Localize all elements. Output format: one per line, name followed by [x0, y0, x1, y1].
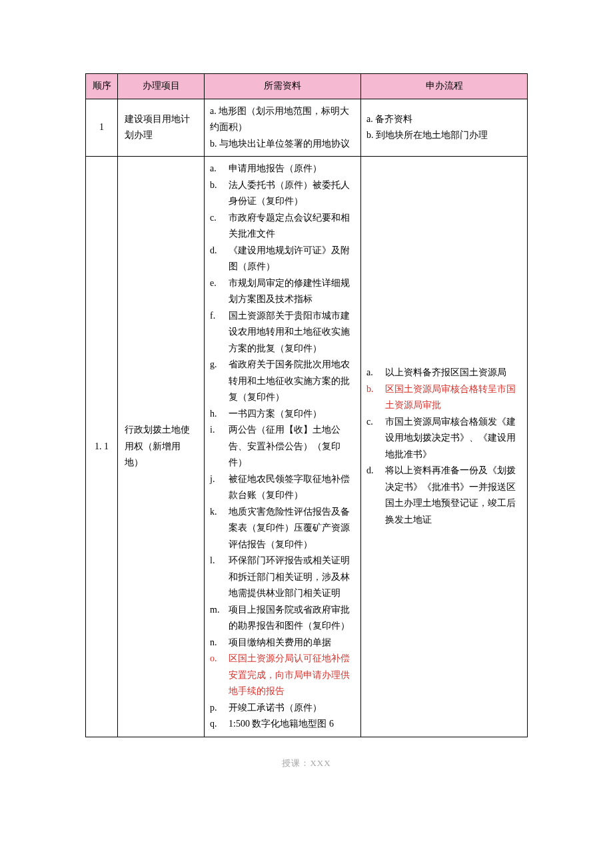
list-marker: a.: [210, 161, 226, 177]
procedure-table: 顺序 办理项目 所需资料 申办流程 1 建设项目用地计划办理 a. 地形图（划示…: [85, 73, 528, 737]
material-item: a.申请用地报告（原件）: [210, 161, 355, 177]
header-materials: 所需资料: [205, 74, 361, 99]
material-text: 省政府关于国务院批次用地农转用和土地征收实施方案的批复（复印件）: [229, 359, 350, 402]
process-item: a.以上资料备齐报区国土资源局: [366, 365, 522, 381]
material-text: 一书四方案（复印件）: [229, 409, 322, 419]
list-marker: l.: [210, 553, 226, 569]
material-line: a. 地形图（划示用地范围，标明大约面积）: [210, 103, 355, 136]
list-marker: g.: [210, 357, 226, 373]
material-text: 项目上报国务院或省政府审批的勘界报告和图件（复印件）: [229, 605, 350, 631]
material-text: 地质灾害危险性评估报告及备案表（复印件）压覆矿产资源评估报告（复印件）: [229, 507, 350, 549]
list-marker: d.: [366, 463, 382, 479]
material-item: p.开竣工承诺书（原件）: [210, 700, 355, 717]
list-marker: c.: [210, 210, 226, 227]
page-footer: 授课：XXX: [85, 757, 528, 769]
material-item: d.《建设用地规划许可证》及附图（原件）: [210, 243, 355, 275]
list-marker: c.: [366, 414, 382, 431]
cell-materials: a.申请用地报告（原件）b.法人委托书（原件）被委托人身份证（复印件）c.市政府…: [205, 157, 361, 737]
process-line: a. 备齐资料: [366, 111, 522, 128]
header-seq: 顺序: [86, 74, 118, 99]
list-marker: j.: [210, 471, 226, 488]
list-marker: i.: [210, 422, 226, 439]
process-item: d.将以上资料再准备一份及《划拨决定书》《批准书》一并报送区国土办理土地预登记证…: [366, 463, 522, 528]
material-item: e.市规划局审定的修建性详细规划方案图及技术指标: [210, 275, 355, 308]
cell-seq: 1: [86, 99, 118, 157]
material-line: b. 与地块出让单位签署的用地协议: [210, 136, 355, 153]
material-text: 项目缴纳相关费用的单据: [229, 637, 331, 647]
material-text: 《建设用地规划许可证》及附图（原件）: [229, 245, 350, 272]
material-text: 环保部门环评报告或相关证明和拆迁部门相关证明，涉及林地需提供林业部门相关证明: [229, 555, 350, 598]
material-item: f.国土资源部关于贵阳市城市建设农用地转用和土地征收实施方案的批复（复印件）: [210, 308, 355, 357]
cell-project: 建设项目用地计划办理: [118, 99, 205, 157]
list-marker: b.: [210, 177, 226, 194]
header-project: 办理项目: [118, 74, 205, 99]
header-process: 申办流程: [361, 74, 528, 99]
material-item: j.被征地农民领签字取征地补偿款台账（复印件）: [210, 471, 355, 504]
table-header-row: 顺序 办理项目 所需资料 申办流程: [86, 74, 528, 99]
cell-process: a. 备齐资料 b. 到地块所在地土地部门办理: [361, 99, 528, 157]
material-text: 1:500 数字化地籍地型图 6: [229, 719, 334, 729]
list-marker: k.: [210, 504, 226, 521]
material-text: 申请用地报告（原件）: [229, 163, 322, 173]
material-item: k.地质灾害危险性评估报告及备案表（复印件）压覆矿产资源评估报告（复印件）: [210, 504, 355, 553]
list-marker: f.: [210, 308, 226, 325]
process-text: 区国土资源局审核合格转呈市国土资源局审批: [385, 384, 516, 411]
material-item: o.区国土资源分局认可征地补偿安置完成，向市局申请办理供地手续的报告: [210, 651, 355, 700]
process-item: c.市国土资源局审核合格颁发《建设用地划拨决定书》、《建设用地批准书》: [366, 414, 522, 463]
material-item: g.省政府关于国务院批次用地农转用和土地征收实施方案的批复（复印件）: [210, 357, 355, 406]
material-item: i.两公告（征用【收】土地公告、安置补偿公告）（复印件）: [210, 422, 355, 471]
material-item: h.一书四方案（复印件）: [210, 406, 355, 423]
list-marker: m.: [210, 602, 226, 619]
cell-process: a.以上资料备齐报区国土资源局b.区国土资源局审核合格转呈市国土资源局审批c.市…: [361, 157, 528, 737]
document-page: 顺序 办理项目 所需资料 申办流程 1 建设项目用地计划办理 a. 地形图（划示…: [0, 0, 613, 796]
process-text: 市国土资源局审核合格颁发《建设用地划拨决定书》、《建设用地批准书》: [385, 417, 516, 459]
list-marker: h.: [210, 406, 226, 423]
cell-project: 行政划拨土地使用权（新增用地）: [118, 157, 205, 737]
list-marker: q.: [210, 716, 226, 733]
material-item: l.环保部门环评报告或相关证明和拆迁部门相关证明，涉及林地需提供林业部门相关证明: [210, 553, 355, 602]
material-text: 国土资源部关于贵阳市城市建设农用地转用和土地征收实施方案的批复（复印件）: [229, 311, 350, 353]
table-row: 1. 1 行政划拨土地使用权（新增用地） a.申请用地报告（原件）b.法人委托书…: [86, 157, 528, 737]
material-text: 市规划局审定的修建性详细规划方案图及技术指标: [229, 278, 350, 305]
material-text: 法人委托书（原件）被委托人身份证（复印件）: [229, 180, 350, 207]
process-item: b.区国土资源局审核合格转呈市国土资源局审批: [366, 381, 522, 414]
material-item: c.市政府专题定点会议纪要和相关批准文件: [210, 210, 355, 243]
material-text: 开竣工承诺书（原件）: [229, 703, 322, 713]
cell-seq: 1. 1: [86, 157, 118, 737]
material-text: 被征地农民领签字取征地补偿款台账（复印件）: [229, 474, 350, 501]
process-line: b. 到地块所在地土地部门办理: [366, 127, 522, 144]
material-item: m.项目上报国务院或省政府审批的勘界报告和图件（复印件）: [210, 602, 355, 635]
table-row: 1 建设项目用地计划办理 a. 地形图（划示用地范围，标明大约面积） b. 与地…: [86, 99, 528, 157]
list-marker: p.: [210, 700, 226, 717]
list-marker: e.: [210, 275, 226, 292]
list-marker: b.: [366, 381, 382, 398]
material-item: q.1:500 数字化地籍地型图 6: [210, 716, 355, 733]
list-marker: d.: [210, 243, 226, 259]
list-marker: n.: [210, 635, 226, 651]
material-text: 市政府专题定点会议纪要和相关批准文件: [229, 213, 350, 239]
process-text: 将以上资料再准备一份及《划拨决定书》《批准书》一并报送区国土办理土地预登记证，竣…: [385, 465, 516, 525]
cell-materials: a. 地形图（划示用地范围，标明大约面积） b. 与地块出让单位签署的用地协议: [205, 99, 361, 157]
list-marker: a.: [366, 365, 382, 381]
material-text: 两公告（征用【收】土地公告、安置补偿公告）（复印件）: [229, 425, 340, 467]
material-text: 区国土资源分局认可征地补偿安置完成，向市局申请办理供地手续的报告: [229, 653, 350, 696]
material-item: n.项目缴纳相关费用的单据: [210, 635, 355, 651]
process-text: 以上资料备齐报区国土资源局: [385, 367, 506, 377]
material-item: b.法人委托书（原件）被委托人身份证（复印件）: [210, 177, 355, 210]
list-marker: o.: [210, 651, 226, 667]
